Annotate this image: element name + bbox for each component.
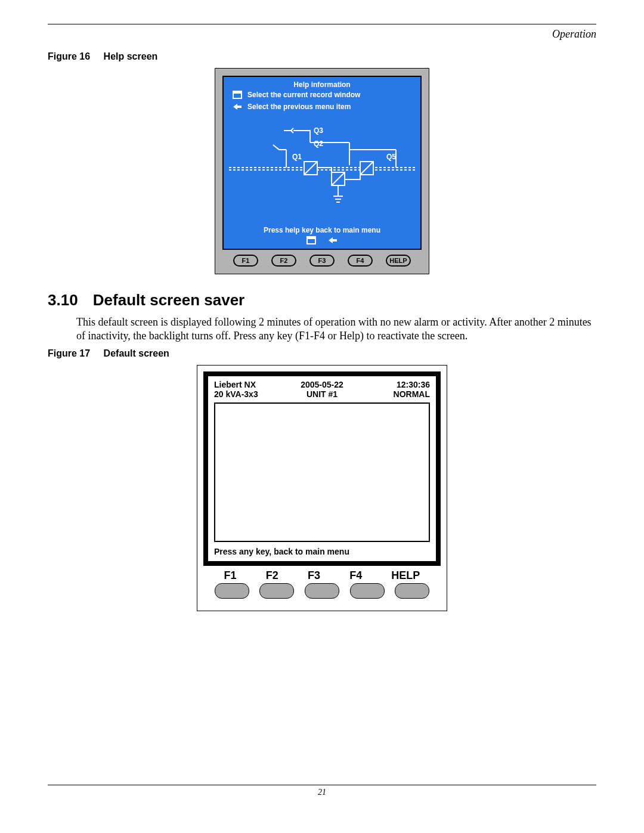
- button-help[interactable]: [395, 583, 429, 599]
- arrow-left-icon: [232, 102, 243, 112]
- figure17: Liebert NX 2005-05-22 12:30:36 20 kVA-3x…: [197, 365, 447, 611]
- window-icon: [232, 90, 243, 100]
- svg-text:Q3: Q3: [314, 126, 323, 135]
- button-f1[interactable]: F1: [233, 255, 258, 267]
- button-help[interactable]: HELP: [386, 255, 411, 267]
- lcd-brand: Liebert NX: [214, 380, 285, 389]
- figure17-label: Figure 17: [48, 348, 90, 358]
- lcd-main-area: [214, 402, 430, 542]
- svg-text:Q2: Q2: [314, 140, 323, 148]
- help-footer-text: Press help key back to main menu: [264, 226, 380, 234]
- help-footer: Press help key back to main menu: [224, 226, 420, 245]
- lcd-date: 2005-05-22: [286, 380, 357, 389]
- svg-marker-12: [329, 237, 337, 243]
- lcd-time: 12:30:36: [359, 380, 430, 389]
- figure17-title: Default screen: [104, 348, 169, 358]
- help-row-2: Select the previous menu item: [224, 101, 420, 113]
- button-f4[interactable]: F4: [348, 255, 373, 267]
- button-f1[interactable]: [215, 583, 249, 599]
- soft-key-row: F1 F2 F3 F4 HELP: [222, 255, 422, 267]
- button-f3[interactable]: [305, 583, 339, 599]
- svg-marker-2: [233, 104, 242, 110]
- running-head: Operation: [48, 28, 596, 41]
- rule-bottom: [48, 785, 596, 785]
- fkey-labels: F1 F2 F3 F4 HELP: [203, 568, 441, 582]
- figure16-title: Help screen: [104, 51, 158, 61]
- section-heading: 3.10 Default screen saver: [48, 291, 596, 309]
- section-number: 3.10: [48, 291, 78, 309]
- svg-text:Q1: Q1: [292, 153, 302, 161]
- lcd-border: Liebert NX 2005-05-22 12:30:36 20 kVA-3x…: [203, 371, 441, 566]
- figure17-caption: Figure 17 Default screen: [48, 348, 596, 359]
- page: Operation Figure 16 Help screen Help inf…: [24, 24, 620, 809]
- help-screen: Help information Select the current reco…: [222, 76, 422, 250]
- lcd-unit: UNIT #1: [286, 389, 357, 399]
- figure16-caption: Figure 16 Help screen: [48, 51, 596, 62]
- button-f2[interactable]: F2: [271, 255, 296, 267]
- lcd-model: 20 kVA-3x3: [214, 389, 285, 399]
- lcd-header: Liebert NX 2005-05-22 12:30:36: [208, 376, 436, 389]
- help-row-1-text: Select the current record window: [247, 91, 360, 99]
- lcd-prompt: Press any key, back to main menu: [208, 547, 436, 561]
- button-f3[interactable]: F3: [309, 255, 335, 267]
- button-f2[interactable]: [259, 583, 294, 599]
- section-title: Default screen saver: [93, 291, 244, 309]
- help-title: Help information: [224, 77, 420, 89]
- label-f1: F1: [224, 569, 237, 582]
- help-row-2-text: Select the previous menu item: [247, 103, 351, 111]
- rule-top: [48, 24, 596, 24]
- window-icon: [306, 236, 317, 245]
- label-f2: F2: [266, 569, 278, 582]
- figure16-label: Figure 16: [48, 51, 90, 61]
- arrow-left-icon: [327, 236, 338, 245]
- label-help: HELP: [391, 569, 420, 582]
- fkey-buttons: [203, 582, 441, 605]
- svg-rect-1: [233, 91, 242, 94]
- lcd-subheader: 20 kVA-3x3 UNIT #1 NORMAL: [208, 389, 436, 402]
- svg-rect-11: [307, 237, 315, 239]
- label-f4: F4: [349, 569, 362, 582]
- lcd-status: NORMAL: [359, 389, 430, 399]
- device-frame: Liebert NX 2005-05-22 12:30:36 20 kVA-3x…: [197, 365, 447, 611]
- device-bezel: Help information Select the current reco…: [215, 68, 429, 274]
- figure16: Help information Select the current reco…: [215, 68, 429, 274]
- mimic-diagram: Q3 Q2 Q1 Q5: [226, 126, 418, 215]
- label-f3: F3: [308, 569, 320, 582]
- page-number: 21: [48, 788, 596, 797]
- help-row-1: Select the current record window: [224, 89, 420, 101]
- lcd-screen: Liebert NX 2005-05-22 12:30:36 20 kVA-3x…: [208, 376, 436, 561]
- section-body: This default screen is displayed followi…: [76, 315, 596, 342]
- page-footer: 21: [48, 780, 596, 797]
- button-f4[interactable]: [350, 583, 385, 599]
- svg-text:Q5: Q5: [386, 153, 396, 161]
